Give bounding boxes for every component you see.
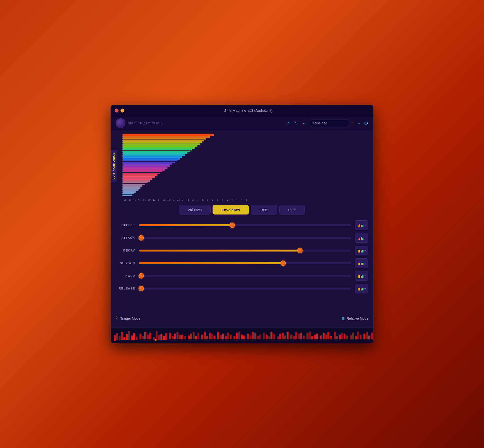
harmonic-bar <box>122 143 200 145</box>
harmonic-bar <box>122 158 180 160</box>
redo-button[interactable]: ↻ <box>293 120 299 126</box>
key-bar <box>293 336 295 339</box>
key-bar <box>295 332 297 339</box>
key-bar <box>334 332 336 339</box>
key-bar <box>250 336 251 339</box>
key-group <box>169 332 186 339</box>
key-bar <box>119 336 121 340</box>
mini-chart-icon-offset <box>358 223 363 227</box>
mini-chart-icon-sustain <box>358 261 363 265</box>
harmonic-bar <box>122 134 214 136</box>
mini-bar <box>358 250 359 252</box>
slider-thumb-decay[interactable] <box>297 248 303 253</box>
slider-label-decay: DECAY <box>116 249 135 252</box>
sliders-section: OFFSET▾ATTACK▾DECAY▾SUSTAIN▾HOLD▾RELEASE… <box>116 219 368 312</box>
close-button[interactable]: × <box>115 109 119 112</box>
timeline-label: 42 <box>225 198 230 201</box>
timeline-label: 8s <box>142 198 147 201</box>
slider-container-decay[interactable] <box>139 248 351 253</box>
key-group <box>263 332 275 339</box>
relative-mode-button[interactable]: ≡ Relative Mode <box>342 315 368 322</box>
key-bar <box>257 336 259 339</box>
tabs-row: VolumesEnvelopesTremPitch <box>116 205 368 215</box>
mini-bar <box>362 288 363 290</box>
trigger-mode-button[interactable]: ⌇ Trigger Mode <box>116 315 140 322</box>
slider-thumb-offset[interactable] <box>230 223 235 228</box>
slider-container-release[interactable] <box>139 286 351 291</box>
key-bar <box>270 332 272 339</box>
key-bar <box>136 336 138 340</box>
harmonic-bar <box>122 189 139 191</box>
harmonic-bar <box>122 136 210 138</box>
back-button[interactable]: ← <box>301 120 307 126</box>
tab-pitch[interactable]: Pitch <box>279 205 305 215</box>
slider-row-hold: HOLD▾ <box>116 270 368 282</box>
slider-dropdown-hold[interactable]: ▾ <box>355 271 368 281</box>
mini-bar <box>361 289 362 290</box>
timeline-label: 32 <box>200 198 205 201</box>
harmonic-bar <box>122 187 140 189</box>
mini-bar <box>358 225 359 227</box>
window-title: Sine Machine v13 (AudioUnit) <box>127 108 369 112</box>
key-bar <box>300 333 302 339</box>
harmonic-bar <box>122 147 195 149</box>
mini-chart-icon-release <box>358 287 363 290</box>
slider-dropdown-decay[interactable]: ▾ <box>355 246 368 255</box>
key-group <box>350 332 362 339</box>
key-bar <box>327 332 329 339</box>
key-bar <box>133 333 135 340</box>
key-bar <box>320 336 322 339</box>
tab-trem[interactable]: Trem <box>251 205 277 215</box>
minimize-button[interactable] <box>121 109 124 112</box>
key-bar <box>241 335 243 339</box>
key-bar <box>238 332 240 339</box>
key-bar <box>149 333 151 339</box>
harmonic-bar <box>122 185 142 187</box>
slider-container-offset[interactable] <box>139 223 351 228</box>
key-bar <box>179 335 181 339</box>
forward-button[interactable]: → <box>355 120 362 126</box>
key-bar <box>220 335 222 339</box>
key-bar <box>268 336 270 339</box>
slider-container-attack[interactable] <box>139 235 351 240</box>
preset-input[interactable] <box>310 120 349 127</box>
harmonics-section: 0s2s4s6s8s101214161822224223323334424445 <box>122 134 368 201</box>
toolbar-icons: ↺ ↻ ← * → ⚙ <box>285 120 368 127</box>
key-bar <box>236 333 238 339</box>
undo-button[interactable]: ↺ <box>285 120 291 126</box>
slider-container-sustain[interactable] <box>139 261 351 266</box>
key-bar <box>307 333 308 339</box>
timeline-label: 16 <box>161 198 166 201</box>
slider-thumb-sustain[interactable] <box>280 261 286 266</box>
modified-indicator: * <box>351 121 353 125</box>
slider-dropdown-offset[interactable]: ▾ <box>355 220 368 230</box>
tab-envelopes[interactable]: Envelopes <box>213 205 249 215</box>
key-bar <box>172 336 174 339</box>
key-bar <box>206 336 208 339</box>
slider-container-hold[interactable] <box>139 273 351 278</box>
key-group <box>334 332 348 339</box>
slider-thumb-release[interactable] <box>139 286 144 291</box>
settings-button[interactable]: ⚙ <box>364 120 368 126</box>
key-bar <box>160 334 162 340</box>
key-group <box>363 332 373 339</box>
tab-volumes[interactable]: Volumes <box>179 205 211 215</box>
mini-bar <box>361 237 362 240</box>
key-bar <box>341 333 343 339</box>
slider-dropdown-attack[interactable]: ▾ <box>355 233 368 243</box>
key-group <box>114 331 138 340</box>
key-bar <box>290 335 292 339</box>
key-bar <box>169 333 171 339</box>
window-controls: × <box>115 109 124 112</box>
slider-dropdown-release[interactable]: ▾ <box>355 284 368 293</box>
key-bar <box>252 332 254 339</box>
slider-thumb-attack[interactable] <box>139 235 144 241</box>
mini-bar <box>361 225 362 227</box>
relative-mode-icon: ≡ <box>342 315 345 322</box>
key-bar <box>298 334 300 339</box>
edit-harmonics-tab[interactable]: EDIT HARMONICS <box>111 150 117 182</box>
chevron-down-icon: ▾ <box>364 287 366 290</box>
key-bar <box>121 332 123 340</box>
slider-dropdown-sustain[interactable]: ▾ <box>355 258 368 268</box>
slider-thumb-hold[interactable] <box>139 273 144 279</box>
